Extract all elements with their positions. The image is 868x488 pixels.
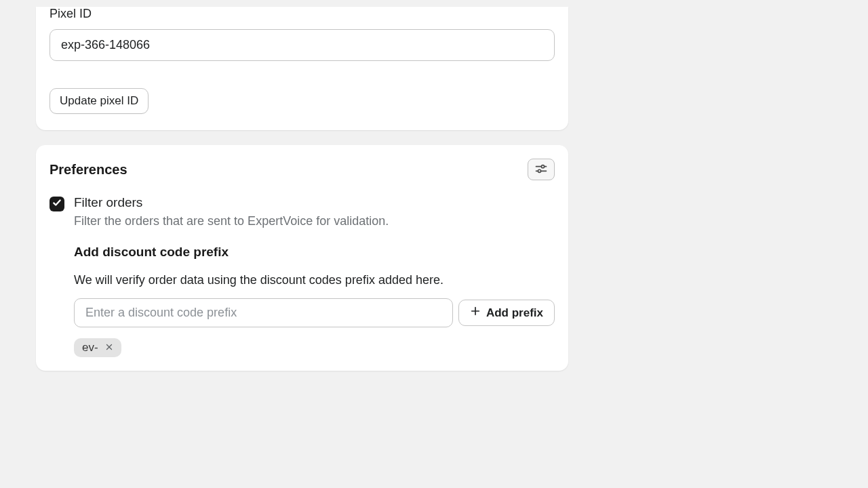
discount-prefix-title: Add discount code prefix [74, 245, 555, 260]
close-icon [105, 341, 113, 354]
discount-prefix-tags: ev- [74, 338, 555, 357]
checkmark-icon [52, 198, 62, 210]
pixel-id-label: Pixel ID [50, 7, 555, 21]
preferences-title: Preferences [50, 162, 127, 178]
add-prefix-button[interactable]: Add prefix [458, 300, 555, 326]
preferences-header: Preferences [50, 159, 555, 180]
sliders-icon [534, 162, 548, 178]
add-prefix-label: Add prefix [486, 306, 543, 320]
discount-prefix-input[interactable] [74, 298, 453, 327]
filter-orders-body: Filter orders Filter the orders that are… [74, 195, 555, 357]
svg-point-3 [538, 169, 540, 172]
filter-orders-checkbox[interactable] [50, 197, 64, 211]
pixel-id-input[interactable] [50, 29, 555, 61]
update-pixel-id-button[interactable]: Update pixel ID [50, 88, 149, 114]
preferences-settings-button[interactable] [528, 159, 555, 180]
discount-prefix-help: We will verify order data using the disc… [74, 273, 555, 287]
discount-prefix-tag-label: ev- [82, 341, 98, 354]
filter-orders-help: Filter the orders that are sent to Exper… [74, 214, 555, 228]
pixel-card: Pixel ID Update pixel ID [36, 7, 568, 130]
svg-point-1 [541, 165, 544, 167]
discount-prefix-row: Add prefix [74, 298, 555, 327]
discount-prefix-tag: ev- [74, 338, 121, 357]
discount-prefix-tag-remove[interactable] [104, 342, 115, 353]
plus-icon [470, 306, 481, 320]
preferences-card: Preferences [36, 145, 568, 371]
filter-orders-label: Filter orders [74, 195, 555, 210]
filter-orders-row: Filter orders Filter the orders that are… [50, 195, 555, 357]
